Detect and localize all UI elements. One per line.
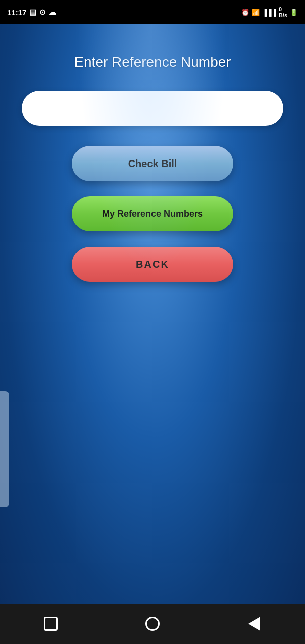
status-bar-right: ⏰ 📶 ▐▐▐ 0B/s 🔋 — [241, 6, 298, 18]
nav-home-button[interactable] — [140, 611, 165, 636]
whatsapp-icon: ⊙ — [39, 8, 46, 17]
nav-back-button[interactable] — [242, 611, 267, 636]
side-panel — [0, 391, 9, 507]
battery-icon: 🔋 — [290, 9, 298, 16]
alarm-icon: ⏰ — [241, 9, 249, 16]
square-icon — [44, 617, 58, 631]
bottom-navigation — [0, 604, 305, 644]
my-reference-numbers-button[interactable]: My Reference Numbers — [72, 196, 233, 231]
time-display: 11:17 — [7, 8, 26, 17]
nav-square-button[interactable] — [38, 611, 63, 636]
wifi-icon: 📶 — [252, 9, 260, 16]
check-bill-button[interactable]: Check Bill — [72, 146, 233, 181]
back-button[interactable]: BACK — [72, 247, 233, 282]
back-arrow-icon — [248, 617, 260, 631]
reference-number-input[interactable] — [22, 91, 283, 126]
notification-icon: ▤ — [29, 8, 36, 17]
data-bs-icon: 0B/s — [279, 6, 287, 18]
signal-icon: ▐▐▐ — [262, 9, 276, 16]
circle-icon — [145, 617, 160, 631]
main-screen: Enter Reference Number Check Bill My Ref… — [0, 24, 305, 620]
page-title: Enter Reference Number — [74, 54, 231, 70]
status-bar-left: 11:17 ▤ ⊙ ☁ — [7, 8, 56, 17]
cloud-icon: ☁ — [49, 8, 56, 17]
status-bar: 11:17 ▤ ⊙ ☁ ⏰ 📶 ▐▐▐ 0B/s 🔋 — [0, 0, 305, 24]
